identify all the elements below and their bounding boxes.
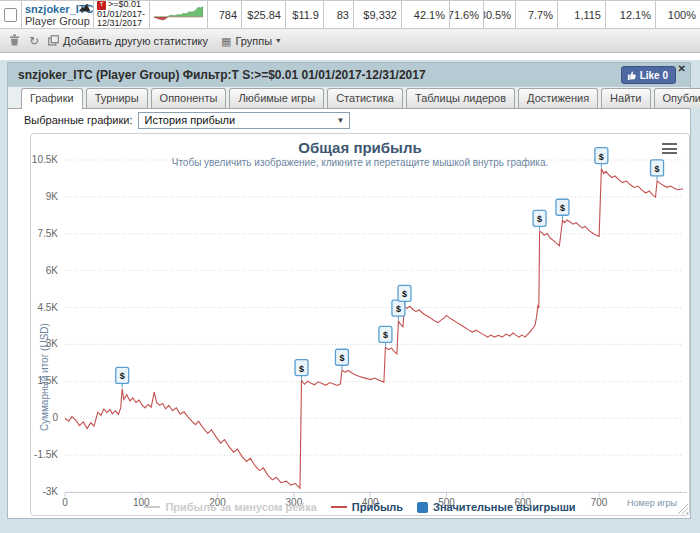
legend-label-rake-free: Прибыль за минусом рейка [165,501,316,513]
player-cell: snzjoker_ITC Player Group [22,1,94,29]
trash-icon [9,34,20,46]
stat-ability: 1,115 [558,1,606,29]
svg-text:0: 0 [52,412,58,423]
summary-table-row: snzjoker_ITC Player Group T >=$0.01 01/0… [0,0,700,29]
y-axis-title: Суммарный итог (USD) [39,323,50,431]
stat-av-stake: $25.84 [242,1,286,29]
legend-label-wins: Значительные выигрыши [433,501,576,513]
tab-leaderboards[interactable]: Таблицы лидеров [406,88,515,108]
thumb-up-icon [627,71,636,80]
row-checkbox-cell [0,1,22,29]
svg-text:$: $ [560,203,565,213]
add-statistic-button[interactable]: Добавить другую статистику [48,35,208,47]
svg-text:$: $ [537,214,542,224]
legend-item-profit[interactable]: Прибыль [331,501,403,513]
groups-icon: ▦ [221,36,231,46]
stat-pct-2: 71.6% [450,1,484,29]
refresh-button[interactable]: ↻ [29,36,39,46]
svg-text:$: $ [402,289,407,299]
sparkline-cell[interactable] [150,1,208,29]
svg-text:$: $ [299,364,304,374]
graph-select-label: Выбранные графики: [24,114,132,126]
bird-icon [78,2,91,14]
legend-item-rake-free[interactable]: Прибыль за минусом рейка [144,501,316,513]
page: { "summary_row": { "player": {"name": "s… [0,0,700,533]
chart-title: Общая прибыль [31,139,689,156]
groups-label: Группы [235,35,272,47]
player-panel: snzjoker_ITC (Player Group) Фильтр:T S:>… [7,62,691,519]
tab-statistics[interactable]: Статистика [327,88,403,108]
legend-dash-gray [144,506,160,508]
chevron-down-icon: ▾ [276,36,280,45]
stat-pct-6: 100% [656,1,700,29]
profit-chart-container[interactable]: Общая прибыль Чтобы увеличить изображени… [30,133,690,516]
svg-text:$: $ [120,371,125,381]
row-checkbox[interactable] [4,8,17,22]
stat-games-count: 784 [208,1,242,29]
stat-count: 83 [324,1,354,29]
stat-total-profit: $9,332 [354,1,402,29]
profit-chart[interactable]: 10.5K9K7.5K6K4.5K3K1.5K0-1.5K-3K01002003… [31,134,689,515]
add-statistic-label: Добавить другую статистику [63,35,208,47]
legend-dash-red [331,506,347,508]
filter-date-to: 12/31/2017 [97,19,142,29]
tab-graphs[interactable]: Графики [21,88,83,109]
refresh-icon: ↻ [29,34,39,48]
table-toolbar: ↻ Добавить другую статистику ▦ Группы ▾ [0,29,700,53]
add-statistic-icon [48,35,59,46]
svg-text:$: $ [383,330,388,340]
tab-bar: Графики Турниры Оппоненты Любимые игры С… [8,87,690,109]
chart-menu-icon[interactable] [662,143,677,154]
groups-button[interactable]: ▦ Группы ▾ [221,35,280,47]
tab-opponents[interactable]: Оппоненты [151,88,227,108]
svg-text:7.5K: 7.5K [37,228,58,239]
tab-publish[interactable]: Опубликовать [654,88,700,108]
svg-text:6K: 6K [46,265,59,276]
tab-find[interactable]: Найти [601,88,650,108]
graph-select[interactable]: История прибыли ▼ [138,112,350,129]
svg-text:-1.5K: -1.5K [34,449,58,460]
stat-pct-1: 42.1% [402,1,450,29]
legend-item-wins[interactable]: Значительные выигрыши [417,501,576,513]
svg-text:-3K: -3K [42,486,58,497]
graph-select-value: История прибыли [144,114,235,126]
stat-pct-5: 12.1% [606,1,656,29]
panel-titlebar: snzjoker_ITC (Player Group) Фильтр:T S:>… [8,63,690,87]
select-caret-icon: ▼ [337,116,345,125]
stat-pct-3: 30.5% [484,1,516,29]
player-group-label: Player Group [25,15,90,27]
facebook-like-button[interactable]: Like 0 [621,66,676,84]
graph-select-row: Выбранные графики: История прибыли ▼ [8,109,690,131]
svg-text:$: $ [396,304,401,314]
svg-text:$: $ [339,353,344,363]
chart-subtitle: Чтобы увеличить изображение, кликните и … [31,157,689,168]
legend-label-profit: Прибыль [352,501,403,513]
like-count-label: Like 0 [640,70,668,81]
legend-square-blue [417,502,428,513]
close-icon[interactable]: ✕ [678,63,686,74]
stat-av-profit: $11.9 [286,1,324,29]
panel-title: snzjoker_ITC (Player Group) Фильтр:T S:>… [18,68,426,82]
tab-tournaments[interactable]: Турниры [86,88,148,108]
tab-favorite-games[interactable]: Любимые игры [229,88,324,108]
stat-pct-4: 7.7% [516,1,558,29]
delete-button[interactable] [9,34,20,48]
svg-text:4.5K: 4.5K [37,302,58,313]
page-background: snzjoker_ITC (Player Group) Фильтр:T S:>… [0,60,700,533]
profit-sparkline [154,4,203,26]
chart-legend: Прибыль за минусом рейка Прибыль Значите… [31,501,689,513]
tab-achievements[interactable]: Достижения [518,88,598,108]
svg-text:9K: 9K [46,191,59,202]
filter-cell[interactable]: T >=$0.01 01/01/2017- 12/31/2017 [94,1,150,29]
